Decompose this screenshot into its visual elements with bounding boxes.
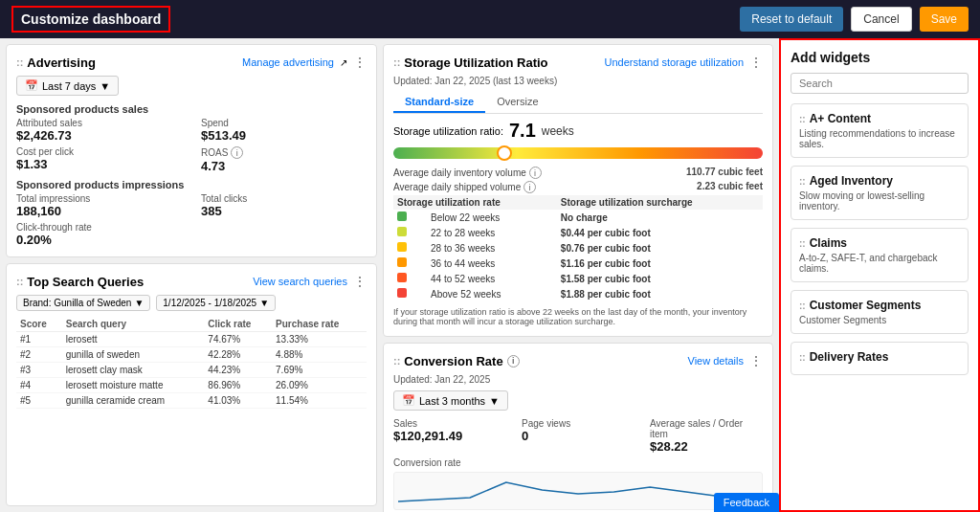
table-row: #1 lerosett 74.67% 13.33%: [16, 332, 367, 347]
storage-menu[interactable]: ⋮: [749, 55, 763, 70]
query-cell: gunilla of sweden: [62, 347, 205, 363]
purchase-rate-cell: 4.88%: [272, 347, 367, 363]
score-cell: #4: [16, 378, 62, 393]
storage-tabs: Standard-size Oversize: [393, 92, 763, 114]
widget-option-title: :: A+ Content: [799, 112, 960, 125]
tab-standard-size[interactable]: Standard-size: [393, 92, 485, 113]
feedback-button[interactable]: Feedback: [714, 493, 779, 512]
save-button[interactable]: Save: [920, 7, 969, 32]
ratio-value: 7.1: [509, 120, 536, 142]
range-cell: Above 52 weeks: [427, 286, 557, 301]
storage-drag-icon: ::: [393, 56, 400, 68]
color-indicator: [393, 271, 427, 286]
storage-gradient-bar: [393, 147, 763, 159]
table-row: #5 gunilla ceramide cream 41.03% 11.54%: [16, 393, 367, 409]
conversion-rate-chart: [393, 472, 763, 510]
storage-title: :: Storage Utilization Ratio: [393, 56, 548, 70]
avg-daily-inventory: Average daily inventory volume i 110.77 …: [393, 167, 763, 179]
list-item[interactable]: :: Customer Segments Customer Segments: [791, 290, 969, 334]
cr-date-filter[interactable]: 📅 Last 3 months ▼: [393, 390, 508, 411]
charge-cell: $1.88 per cubic foot: [557, 286, 763, 301]
cr-sales: Sales $120,291.49: [393, 418, 506, 454]
avg-inventory-info-icon[interactable]: i: [529, 167, 542, 179]
purchase-rate-cell: 7.69%: [272, 363, 367, 378]
table-row: 22 to 28 weeks $0.44 per cubic foot: [393, 225, 763, 240]
range-cell: 36 to 44 weeks: [427, 256, 557, 271]
date-range-filter[interactable]: 1/12/2025 - 1/18/2025 ▼: [156, 295, 276, 311]
surcharge-col1: Storage utilization rate: [393, 195, 557, 210]
manage-advertising-link[interactable]: Manage advertising: [242, 56, 334, 68]
cr-menu[interactable]: ⋮: [749, 353, 763, 368]
storage-update-text: Updated: Jan 22, 2025 (last 13 weeks): [393, 76, 763, 86]
query-cell: lerosett clay mask: [62, 363, 205, 378]
reset-button[interactable]: Reset to default: [740, 7, 843, 32]
widget-option-title: :: Customer Segments: [799, 299, 960, 312]
widget-option-desc: Slow moving or lowest-selling inventory.: [799, 190, 960, 211]
dropdown-arrow: ▼: [100, 80, 110, 92]
widget-drag-icon: ::: [799, 238, 806, 249]
table-row: Below 22 weeks No charge: [393, 210, 763, 225]
widget-drag-icon: ::: [799, 176, 806, 187]
cr-view-link[interactable]: View details: [688, 355, 745, 367]
total-clicks: Total clicks 385: [201, 193, 367, 218]
list-item[interactable]: :: Aged Inventory Slow moving or lowest-…: [791, 166, 969, 220]
tsq-drag-icon: ::: [16, 276, 23, 287]
external-icon: ↗: [340, 57, 347, 68]
impressions-label: Sponsored products impressions: [16, 179, 367, 190]
click-rate-cell: 74.67%: [204, 332, 272, 347]
click-rate-cell: 86.96%: [204, 378, 272, 393]
calendar-icon: 📅: [25, 79, 38, 92]
advertising-menu[interactable]: ⋮: [353, 55, 367, 70]
tsq-menu[interactable]: ⋮: [353, 274, 367, 289]
cr-page-views: Page views 0: [522, 418, 635, 454]
widget-option-title: :: Aged Inventory: [799, 174, 960, 188]
cr-title: :: Conversion Rate i: [393, 354, 520, 368]
widget-option-name: A+ Content: [810, 112, 871, 125]
score-cell: #2: [16, 347, 62, 363]
click-rate-cell: 42.28%: [204, 347, 272, 363]
storage-header: :: Storage Utilization Ratio Understand …: [393, 55, 763, 70]
table-row: #2 gunilla of sweden 42.28% 4.88%: [16, 347, 367, 363]
left-panels: :: Advertising Manage advertising ↗ ⋮ 📅 …: [0, 38, 383, 512]
range-cell: 28 to 36 weeks: [427, 240, 557, 256]
widget-option-desc: Customer Segments: [799, 315, 960, 325]
cr-avg-sales: Average sales / Order item $28.22: [650, 418, 763, 454]
widget-option-name: Aged Inventory: [810, 174, 893, 188]
tab-oversize[interactable]: Oversize: [485, 92, 549, 113]
cr-info-icon[interactable]: i: [507, 355, 520, 367]
widget-option-name: Delivery Rates: [810, 350, 889, 364]
understand-storage-link[interactable]: Understand storage utilization: [604, 56, 744, 68]
avg-shipped-info-icon[interactable]: i: [523, 181, 536, 193]
table-row: Above 52 weeks $1.88 per cubic foot: [393, 286, 763, 301]
widget-drag-icon: ::: [799, 301, 806, 311]
list-item[interactable]: :: Claims A-to-Z, SAFE-T, and chargeback…: [791, 228, 969, 282]
view-search-queries-link[interactable]: View search queries: [253, 276, 347, 287]
brand-filter[interactable]: Brand: Gunilla of Sweden ▼: [16, 295, 150, 311]
color-indicator: [393, 256, 427, 271]
surcharge-col2: Storage utilization surcharge: [557, 195, 763, 210]
roas-label: ROAS i: [201, 146, 367, 159]
range-cell: 22 to 28 weeks: [427, 225, 557, 240]
color-indicator: [393, 210, 427, 225]
storage-utilization-widget: :: Storage Utilization Ratio Understand …: [383, 44, 773, 337]
widget-search-input[interactable]: [791, 73, 969, 94]
ratio-label: Storage utilization ratio:: [393, 125, 503, 137]
click-rate-cell: 44.23%: [204, 363, 272, 378]
date-filter[interactable]: 📅 Last 7 days ▼: [16, 76, 119, 96]
middle-panels: :: Storage Utilization Ratio Understand …: [383, 38, 779, 512]
charge-cell: $1.16 per cubic foot: [557, 256, 763, 271]
advertising-header: :: Advertising Manage advertising ↗ ⋮: [16, 55, 367, 70]
list-item[interactable]: :: Delivery Rates: [791, 342, 969, 375]
score-cell: #3: [16, 363, 62, 378]
query-cell: lerosett: [62, 332, 205, 347]
cancel-button[interactable]: Cancel: [851, 7, 911, 32]
purchase-rate-cell: 26.09%: [272, 378, 367, 393]
cr-drag-icon: ::: [393, 355, 400, 367]
advertising-metrics-row2: Cost per click $1.33 ROAS i 4.73: [16, 146, 367, 173]
cr-header: :: Conversion Rate i View details ⋮: [393, 353, 763, 368]
charge-cell: $1.58 per cubic foot: [557, 271, 763, 286]
dashboard-title: Customize dashboard: [11, 6, 170, 33]
list-item[interactable]: :: A+ Content Listing recommendations to…: [791, 103, 969, 158]
roas-info-icon[interactable]: i: [231, 146, 243, 159]
conversion-rate-label: Conversion rate: [393, 457, 763, 468]
